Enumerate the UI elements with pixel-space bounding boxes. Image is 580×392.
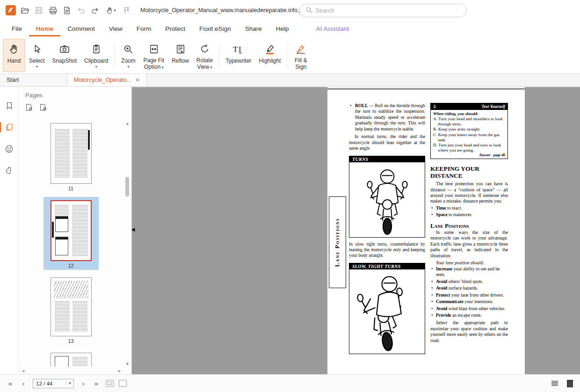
previous-page-edge [327,87,525,88]
thumbnail-page-13[interactable]: 13 [44,274,99,345]
previous-page-icon[interactable]: ‹ [18,378,29,389]
first-page-icon[interactable]: « [5,378,16,389]
thumbnail-image [51,353,92,367]
reflow-button[interactable]: Reflow [168,39,193,72]
thumbnail-text-lines [72,205,88,256]
page-indicator[interactable]: 12 / 44 [33,381,66,386]
highlight-button[interactable]: Highlight [255,39,285,72]
select-tool-button[interactable]: Select ▾ [25,39,48,72]
clipboard-button[interactable]: Clipboard ▾ [80,39,112,72]
document-view-area[interactable]: ◀ Lane Positions ROLL — Roll on the thro… [132,87,580,374]
attachments-panel-icon[interactable] [4,165,15,176]
thumbnail-list: 11 12 13 [19,120,123,367]
navigation-panel-strip [0,87,19,374]
scroll-left-icon[interactable]: ◄ [21,369,25,373]
menu-share[interactable]: Share [238,21,269,36]
list-item: Protect your lane from other drivers. [430,292,508,298]
menu-ai-assistant[interactable]: AI Assistant [309,21,356,36]
highlighter-icon [264,42,276,57]
tab-motorcycle-manual[interactable]: Motorcycle_Operato... ✕ [67,74,147,86]
hand-tool-button[interactable]: Hand [3,39,25,72]
menu-home[interactable]: Home [29,21,61,36]
list-item: Space to maneuver. [430,212,508,218]
enlarge-thumbnails-icon[interactable] [38,102,48,112]
print-current-page-icon[interactable] [60,3,74,17]
search-box[interactable] [299,4,467,17]
reduce-thumbnails-icon[interactable] [24,102,34,112]
pdf-paragraph: In slow tight turns, counterbalance by l… [349,241,425,259]
rotate-view-button[interactable]: Rotate View▾ [193,39,217,72]
comments-panel-icon[interactable] [4,143,15,154]
quiz-option: D. Turn just your head and eyes to look … [433,143,505,153]
page-fit-option-button[interactable]: Page Fit Option▾ [139,39,168,72]
zoom-button[interactable]: Zoom ▾ [117,39,139,72]
pages-panel-scrollbar[interactable]: ▲ ▼ [124,121,130,367]
list-item: Communicate your intentions. [430,299,508,305]
fill-and-sign-button[interactable]: Fill & Sign [290,39,312,72]
close-tab-icon[interactable]: ✕ [135,77,140,83]
menu-protect[interactable]: Protect [158,21,192,36]
save-icon[interactable] [32,3,46,17]
camera-icon [59,42,70,57]
chevron-down-icon: ▾ [36,65,38,69]
continuous-view-icon[interactable] [549,378,560,389]
tab-start[interactable]: Start [0,74,67,86]
pdf-right-column: 3. Test Yourself When riding, you should… [430,103,508,354]
thumbnail-text-lines [72,357,87,367]
pdf-paragraph: Your lane position should: [430,260,508,265]
page-number-box[interactable]: 12 / 44 ▼ [33,379,74,388]
svg-text:I: I [239,45,241,54]
open-file-icon[interactable] [18,3,32,17]
search-input[interactable] [316,7,461,14]
list-item: Provide an escape route. [430,312,508,318]
undo-icon[interactable] [74,3,88,17]
menu-foxit-esign[interactable]: Foxit eSign [192,21,238,36]
chevron-down-icon: ▾ [114,8,116,13]
list-item: Avoid wind blast from other vehicles. [430,306,508,312]
quiz-title: Test Yourself [482,104,505,109]
test-yourself-box: 3. Test Yourself When riding, you should… [430,103,508,159]
collapse-panel-icon[interactable]: ◀ [132,226,135,232]
flag-icon[interactable] [120,3,134,17]
redo-icon[interactable] [88,3,102,17]
menu-file[interactable]: File [5,21,29,36]
thumbnail-page-12[interactable]: 12 [44,197,99,270]
foxit-logo [4,3,18,17]
bookmarks-panel-icon[interactable] [4,100,15,111]
thumbnail-page-11[interactable]: 11 [44,120,99,193]
last-page-icon[interactable]: » [91,378,102,389]
quick-access-toolbar: ▾ Motorcycle_Operator_Manual_www.manuale… [0,0,580,21]
thumbnail-figure [54,281,88,298]
menu-help[interactable]: Help [269,21,296,36]
thumbnail-page-14[interactable] [44,349,99,367]
snapshot-button[interactable]: SnapShot [48,39,80,72]
quiz-option: B. Keep your arms straight. [433,127,505,132]
previous-view-icon[interactable] [104,378,115,389]
chevron-down-icon: ▾ [210,65,212,70]
menu-comment[interactable]: Comment [60,21,102,36]
pages-panel: Pages 11 [19,87,132,374]
scroll-up-icon[interactable]: ▲ [124,121,130,126]
print-icon[interactable] [46,3,60,17]
pages-panel-hscrollbar[interactable]: ◄ ► [20,368,123,374]
thumbnail-figure [55,237,68,255]
scroll-right-icon[interactable]: ► [117,369,122,373]
next-page-icon[interactable]: › [78,378,89,389]
thumbnail-figure [55,356,69,367]
scrollbar-thumb[interactable] [125,177,129,196]
next-view-icon[interactable] [117,378,128,389]
magnifier-icon [123,42,134,57]
hand-tool-quick-icon[interactable]: ▾ [102,3,120,17]
chevron-down-icon[interactable]: ▼ [66,381,73,385]
pages-panel-icon[interactable] [4,122,15,133]
pdf-paragraph: Select the appropriate path to maximize … [430,320,508,343]
scroll-down-icon[interactable]: ▼ [124,361,130,367]
quiz-number: 3. [433,104,436,109]
typewriter-button[interactable]: TI Typewriter [222,39,255,72]
chevron-down-icon: ▾ [95,65,97,69]
single-page-view-icon[interactable] [564,378,575,389]
typewriter-icon: TI [232,42,246,57]
menu-view[interactable]: View [102,21,130,36]
menu-form[interactable]: Form [130,21,159,36]
hand-icon [8,42,20,57]
